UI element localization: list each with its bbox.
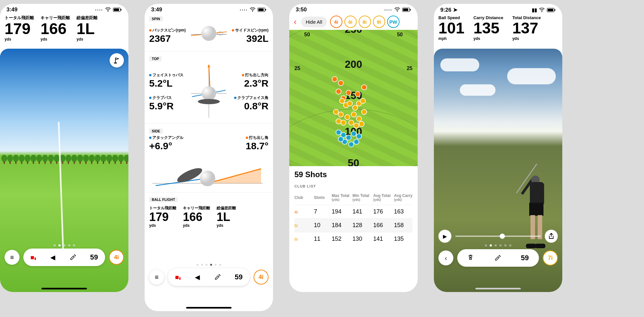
svg-point-18 — [202, 86, 216, 101]
club-path-metric: クラブパス 5.9°R — [149, 95, 189, 111]
edit-icon[interactable] — [494, 254, 501, 262]
metric-ball-speed: Ball Speed 101 mph — [438, 15, 464, 41]
menu-button[interactable]: ≡ — [5, 250, 19, 265]
status-bar: 3:49 ···· — [0, 4, 128, 14]
screen-tracer: 3:49 ···· トータル飛距離 179 yds キャリー飛距離 166 yd… — [0, 4, 128, 292]
shot-number[interactable]: 59 — [90, 253, 98, 262]
control-pill: ■▮ ◀ 59 — [168, 268, 250, 286]
flag-icon — [113, 57, 120, 64]
metric-total-distance: トータル飛距離 179 yds — [5, 15, 34, 42]
shot-number[interactable]: 59 — [521, 254, 529, 262]
club-table: Club Shots Max Total(yds) Min Total(yds)… — [294, 190, 412, 246]
shot-dot[interactable] — [356, 116, 362, 122]
top-section: TOP フェイストゥパス 5.2°L クラブパス 5.9°R — [145, 54, 273, 122]
chip-4i[interactable]: 4i — [330, 16, 342, 28]
svg-rect-28 — [403, 8, 408, 11]
shot-dot[interactable] — [355, 91, 361, 97]
chip-pw[interactable]: PW — [387, 16, 400, 28]
shot-dot[interactable] — [336, 89, 341, 94]
screen-video: 9:26 ➤ ▮▮ Ball Speed 101 mph Carry Dista… — [434, 4, 562, 292]
back-button[interactable]: ‹ — [292, 17, 298, 27]
ball-flight-section: BALL FLIGHT トータル飛距離 179 yds キャリー飛距離 166 … — [145, 194, 273, 228]
launch-direction-metric: 打ち出し方向 2.3°R — [228, 72, 268, 89]
chip-8i[interactable]: 8i — [359, 16, 371, 28]
club-selector[interactable]: 4i — [109, 250, 124, 265]
club-chip: 6i — [294, 223, 298, 228]
edit-icon[interactable] — [214, 273, 221, 281]
battery-icon — [257, 7, 267, 12]
home-indicator[interactable] — [42, 288, 87, 289]
record-icon[interactable]: ■▮ — [175, 274, 181, 281]
share-button[interactable] — [545, 230, 558, 243]
svg-rect-8 — [265, 9, 266, 11]
home-indicator[interactable] — [475, 288, 521, 289]
shot-dot[interactable] — [356, 133, 362, 139]
play-icon: ▶ — [443, 233, 447, 239]
metric-total-distance: Total Distance 137 yds — [512, 15, 541, 41]
club-selector[interactable]: 7i — [543, 250, 558, 265]
side-section: SIDE アタックアングル +6.9° 打ち出し角 18.7° — [145, 126, 273, 190]
club-chip: 8i — [294, 237, 298, 242]
stats-panel: 59 Shots CLUB LIST Club Shots Max Total(… — [289, 166, 418, 246]
control-pill: 59 — [457, 249, 539, 267]
shot-dot[interactable] — [351, 112, 357, 117]
shot-dot[interactable] — [346, 90, 352, 96]
dispersion-field[interactable]: 250 200 150 100 50 50 50 25 25 — [289, 30, 418, 166]
face-to-path-metric: フェイストゥパス 5.2°L — [149, 72, 189, 89]
shot-dot[interactable] — [336, 118, 341, 124]
wifi-icon — [394, 7, 400, 12]
sound-icon[interactable]: ◀ — [195, 273, 200, 281]
filter-bar: ‹ Hide All 4i 6i 8i 9i PW — [289, 14, 418, 30]
svg-rect-33 — [555, 9, 555, 11]
club-selector[interactable]: 4i — [254, 270, 268, 285]
page-indicator[interactable] — [0, 244, 128, 247]
svg-rect-7 — [258, 8, 264, 11]
status-icons: ···· — [95, 7, 122, 13]
edit-icon[interactable] — [69, 253, 76, 262]
shot-dot[interactable] — [361, 84, 367, 90]
shot-dot[interactable] — [338, 136, 344, 142]
table-row[interactable]: 8i11152130141135 — [294, 232, 412, 246]
menu-button[interactable]: ≡ — [149, 270, 164, 285]
chip-9i[interactable]: 9i — [373, 16, 385, 28]
table-row[interactable]: 6i10184128166158 — [294, 218, 412, 232]
spin-diagram — [189, 23, 228, 49]
scrubber[interactable] — [455, 236, 541, 237]
side-diagram — [149, 152, 268, 189]
chip-6i[interactable]: 6i — [344, 16, 357, 28]
status-icons: ▮▮ — [532, 7, 556, 13]
status-bar: 3:50 ···· — [289, 4, 418, 14]
target-flag-button[interactable] — [110, 53, 124, 67]
hide-all-button[interactable]: Hide All — [301, 17, 327, 27]
metric-carry-distance: Carry Distance 135 yds — [473, 15, 503, 41]
home-indicator[interactable] — [186, 307, 232, 309]
sound-icon[interactable]: ◀ — [50, 253, 55, 261]
play-button[interactable]: ▶ — [438, 230, 451, 243]
svg-rect-2 — [114, 8, 119, 11]
table-row[interactable]: 4i7194141176163 — [294, 205, 412, 218]
record-icon[interactable]: ■▮ — [30, 254, 36, 261]
shot-dot[interactable] — [353, 139, 359, 145]
video-controls: ▶ — [438, 230, 558, 243]
status-time: 3:50 — [296, 6, 307, 13]
metric-total-distance: トータル飛距離 179 yds — [149, 205, 176, 228]
back-button[interactable]: ‹ — [438, 250, 453, 265]
shot-number[interactable]: 59 — [235, 273, 243, 281]
page-indicator[interactable] — [145, 264, 273, 266]
location-icon: ➤ — [453, 7, 458, 13]
shot-dot[interactable] — [361, 109, 367, 115]
shot-dot[interactable] — [332, 76, 338, 82]
cellular-icon: ▮▮ — [532, 7, 537, 13]
status-bar: 9:26 ➤ ▮▮ — [434, 4, 562, 14]
svg-point-25 — [200, 171, 215, 186]
page-indicator[interactable] — [434, 244, 562, 247]
svg-point-24 — [175, 165, 204, 185]
svg-point-19 — [198, 99, 220, 104]
screen-dispersion: 3:50 ···· ‹ Hide All 4i 6i 8i 9i PW 250 … — [289, 4, 418, 292]
trash-icon[interactable] — [467, 254, 474, 262]
svg-point-5 — [252, 11, 253, 12]
shot-dot[interactable] — [360, 98, 366, 104]
battery-icon — [547, 8, 556, 12]
metrics-row: Ball Speed 101 mph Carry Distance 135 yd… — [434, 14, 562, 41]
control-pill: ■▮ ◀ 59 — [23, 249, 105, 266]
